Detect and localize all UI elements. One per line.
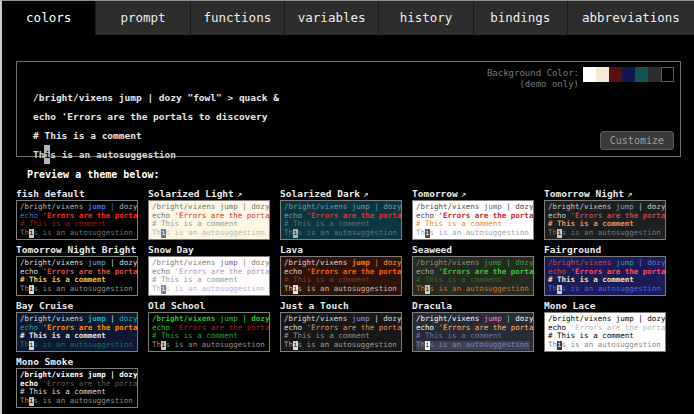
preview-line: This is an autosuggestion — [416, 341, 530, 350]
preview-line: This is an autosuggestion — [20, 397, 134, 406]
theme-preview-mono-lace[interactable]: /bright/vixens jump | dozy "fowl" > quac… — [544, 312, 666, 352]
code-segment: /bright/vixens — [548, 202, 616, 211]
code-segment: # This is a comment — [548, 275, 634, 284]
tab-prompt[interactable]: prompt — [95, 1, 189, 35]
tab-variables[interactable]: variables — [284, 1, 378, 35]
code-segment: dozy — [119, 314, 138, 323]
code-segment: Th — [152, 284, 161, 293]
bg-swatch-cream[interactable] — [596, 67, 609, 82]
preview-line: This is an autosuggestion — [152, 229, 266, 238]
preview-line: This is an autosuggestion — [20, 341, 134, 350]
external-link-icon[interactable]: ↗ — [237, 189, 242, 199]
theme-preview-dracula[interactable]: /bright/vixens jump | dozy "fowl" > quac… — [412, 312, 534, 352]
bg-swatch-teal[interactable] — [635, 67, 648, 82]
bg-swatch-white[interactable] — [583, 67, 596, 82]
code-segment: # This is a comment — [416, 331, 502, 340]
code-segment: /bright/vixens — [416, 314, 484, 323]
code-segment: # This is a comment — [152, 219, 238, 228]
external-link-icon[interactable]: ↗ — [627, 189, 632, 199]
theme-preview-mono-smoke[interactable]: /bright/vixens jump | dozy "fowl" > quac… — [16, 368, 138, 408]
theme-preview-tomorrow[interactable]: /bright/vixens jump | dozy "fowl" > quac… — [412, 200, 534, 240]
theme-preview-solarized-dark[interactable]: /bright/vixens jump | dozy "fowl" > quac… — [280, 200, 402, 240]
theme-title-solarized-dark[interactable]: Solarized Dark↗ — [280, 187, 402, 200]
tab-functions[interactable]: functions — [190, 1, 284, 35]
theme-title-tomorrow-night[interactable]: Tomorrow Night↗ — [544, 187, 666, 200]
theme-title-dracula[interactable]: Dracula — [412, 299, 534, 312]
code-segment: /bright/vixens jump | dozy — [284, 202, 402, 211]
background-color-label-line2: (demo only) — [487, 79, 579, 90]
code-segment: | — [106, 314, 120, 323]
code-segment: | — [370, 258, 384, 267]
theme-preview-tomorrow-night[interactable]: /bright/vixens jump | dozy "fowl" > quac… — [544, 200, 666, 240]
terminal-line: This is an autosuggestion — [33, 145, 680, 164]
code-segment: /bright/vixens — [20, 202, 88, 211]
theme-title-tomorrow-night-bright[interactable]: Tomorrow Night Bright↗ — [16, 243, 138, 256]
bg-swatch-maroon[interactable] — [609, 67, 622, 82]
code-segment: /bright/vixens — [20, 258, 88, 267]
external-link-icon[interactable]: ↗ — [461, 189, 466, 199]
bg-swatch-dark-gray[interactable] — [648, 67, 661, 82]
preview-line: This is an autosuggestion — [284, 229, 398, 238]
code-segment: 'Errors are the portals to discovery — [571, 323, 666, 332]
tab-colors[interactable]: colors — [2, 1, 95, 35]
code-segment: # This is a comment — [20, 219, 106, 228]
code-segment: | dozy — [370, 314, 402, 323]
theme-preview-lava[interactable]: /bright/vixens jump | dozy "fowl" > quac… — [280, 256, 402, 296]
code-segment: echo — [284, 267, 307, 276]
theme-preview-seaweed[interactable]: /bright/vixens jump | dozy "fowl" > quac… — [412, 256, 534, 296]
theme-title-fairground[interactable]: Fairground — [544, 243, 666, 256]
code-segment: Th — [152, 228, 161, 237]
tab-history[interactable]: history — [378, 1, 472, 35]
theme-title-bay-cruise[interactable]: Bay Cruise — [16, 299, 138, 312]
code-segment: # This is a comment — [284, 219, 370, 228]
theme-preview-bay-cruise[interactable]: /bright/vixens jump | dozy "fowl" > quac… — [16, 312, 138, 352]
code-segment: Th — [284, 284, 293, 293]
code-segment: 'Errors are the portals to discovery — [307, 267, 402, 276]
code-segment: echo — [284, 323, 307, 332]
theme-preview-old-school[interactable]: /bright/vixens jump | dozy "fowl" > quac… — [148, 312, 270, 352]
code-segment: /bright/vixens — [284, 314, 352, 323]
customize-button[interactable]: Customize — [600, 131, 674, 150]
theme-preview-just-a-touch[interactable]: /bright/vixens jump | dozy "fowl" > quac… — [280, 312, 402, 352]
theme-preview-snow-day[interactable]: /bright/vixens jump | dozy "fowl" > quac… — [148, 256, 270, 296]
theme-title-solarized-light[interactable]: Solarized Light↗ — [148, 187, 270, 200]
code-segment: echo 'Errors are the portals to discover… — [33, 111, 268, 122]
theme-title-just-a-touch[interactable]: Just a Touch — [280, 299, 402, 312]
theme-preview-tomorrow-night-bright[interactable]: /bright/vixens jump | dozy "fowl" > quac… — [16, 256, 138, 296]
code-segment: Th — [20, 284, 29, 293]
tab-bindings[interactable]: bindings — [473, 1, 567, 35]
code-segment: Th — [548, 340, 557, 349]
code-segment: 'Errors are the portals to discovery — [43, 379, 138, 388]
theme-title-tomorrow[interactable]: Tomorrow↗ — [412, 187, 534, 200]
background-swatch-row — [583, 67, 674, 82]
preview-line: This is an autosuggestion — [548, 229, 662, 238]
code-segment: 'Errors are the portals to discovery — [307, 323, 402, 332]
code-segment: # This is a comment — [20, 275, 106, 284]
code-segment: 'Errors are the portals to discovery — [571, 211, 666, 220]
theme-title-snow-day[interactable]: Snow Day — [148, 243, 270, 256]
code-segment: echo — [416, 211, 439, 220]
theme-preview-fish-default[interactable]: /bright/vixens jump | dozy "fowl" > quac… — [16, 200, 138, 240]
preview-line: This is an autosuggestion — [416, 229, 530, 238]
code-segment: # This is a comment — [416, 219, 502, 228]
code-segment: dozy — [515, 258, 534, 267]
theme-title-old-school[interactable]: Old School — [148, 299, 270, 312]
theme-preview-fairground[interactable]: /bright/vixens jump | dozy "fowl" > quac… — [544, 256, 666, 296]
theme-card-fairground: Fairground/bright/vixens jump | dozy "fo… — [544, 243, 666, 296]
theme-card-snow-day: Snow Day/bright/vixens jump | dozy "fowl… — [148, 243, 270, 296]
external-link-icon[interactable]: ↗ — [363, 189, 368, 199]
code-segment: 'Errors are the portals to discovery — [175, 267, 270, 276]
theme-card-tomorrow: Tomorrow↗/bright/vixens jump | dozy "fow… — [412, 187, 534, 240]
theme-preview-solarized-light[interactable]: /bright/vixens jump | dozy "fowl" > quac… — [148, 200, 270, 240]
bg-swatch-black[interactable] — [661, 67, 674, 82]
code-segment: s is an autosuggestion — [430, 340, 529, 349]
bg-swatch-navy[interactable] — [622, 67, 635, 82]
tab-abbreviations[interactable]: abbreviations — [567, 1, 694, 35]
theme-title-mono-lace[interactable]: Mono Lace — [544, 299, 666, 312]
background-color-label: Background Color: (demo only) — [487, 68, 579, 89]
theme-title-mono-smoke[interactable]: Mono Smoke — [16, 355, 138, 368]
code-segment: /bright/vixens jump | dozy "fowl" > quac… — [20, 370, 138, 379]
theme-title-fish-default[interactable]: fish default — [16, 187, 138, 200]
theme-title-seaweed[interactable]: Seaweed — [412, 243, 534, 256]
theme-title-lava[interactable]: Lava — [280, 243, 402, 256]
